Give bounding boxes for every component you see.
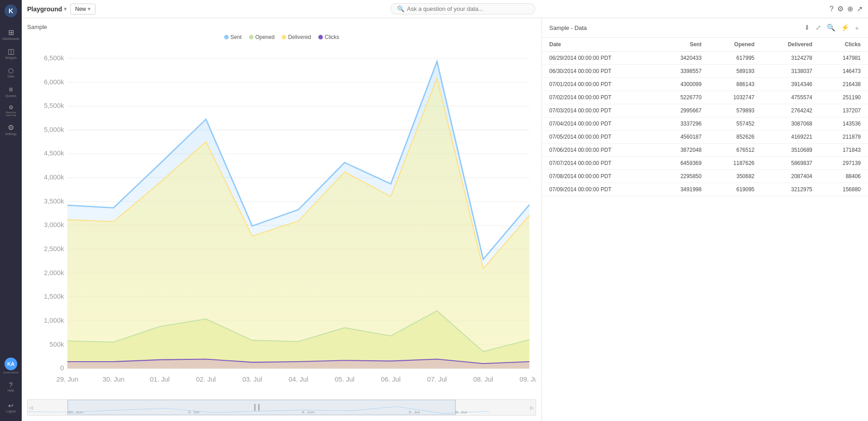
svg-text:0: 0 xyxy=(60,365,64,372)
table-cell-1: 4300099 xyxy=(656,78,709,91)
table-row: 07/07/2014 00:00:00 PDT64593691187626586… xyxy=(542,157,868,170)
table-cell-1: 5226770 xyxy=(656,91,709,104)
help-button[interactable]: ? xyxy=(830,5,834,13)
title-text: Playground xyxy=(27,5,62,13)
table-cell-4: 251190 xyxy=(820,91,868,104)
chart-panel: Sample Sent Opened Delivered Clicks xyxy=(22,18,542,421)
sidebar-item-logout[interactable]: ↩ Logout xyxy=(2,398,20,416)
svg-text:5,500k: 5,500k xyxy=(44,102,64,109)
expand-data-button[interactable]: ⤢ xyxy=(814,23,823,33)
data-table: Date Sent Opened Delivered Clicks 06/29/… xyxy=(542,38,868,196)
sidebar-item-data[interactable]: ⬡ Data xyxy=(2,63,20,82)
data-panel: Sample - Data ⬇ ⤢ 🔍 ⚡ + Date Sent Opened xyxy=(542,18,868,421)
sidebar-item-ml[interactable]: ⚙ Machine Learning xyxy=(2,102,20,120)
search-input[interactable] xyxy=(407,5,528,12)
table-cell-3: 3914346 xyxy=(762,78,820,91)
main-content: Playground ▾ New + 🔍 ? ⚙ ⊕ ↗ Sample xyxy=(22,0,868,421)
table-cell-4: 137207 xyxy=(820,104,868,117)
sidebar-item-queries[interactable]: ≡ Queries xyxy=(2,82,20,101)
table-cell-3: 3087068 xyxy=(762,117,820,131)
sidebar-item-settings[interactable]: ⚙ Settings xyxy=(2,121,20,139)
data-panel-header: Sample - Data ⬇ ⤢ 🔍 ⚡ + xyxy=(542,18,868,38)
sidebar-label-dashboards: Dashboards xyxy=(2,37,19,40)
table-cell-2: 1032747 xyxy=(709,91,762,104)
dashboards-icon: ⊞ xyxy=(8,29,14,36)
svg-text:30. Jun: 30. Jun xyxy=(103,376,125,383)
table-cell-1: 3398557 xyxy=(656,65,709,78)
table-cell-1: 2295850 xyxy=(656,170,709,183)
table-cell-0: 07/01/2014 00:00:00 PDT xyxy=(542,78,656,91)
topbar-actions: ? ⚙ ⊕ ↗ xyxy=(830,5,863,13)
download-button[interactable]: ⬇ xyxy=(802,23,812,33)
table-cell-0: 07/03/2014 00:00:00 PDT xyxy=(542,104,656,117)
sidebar-label-data: Data xyxy=(8,75,14,78)
more-data-button[interactable]: + xyxy=(853,23,861,33)
minimap-left-arrow[interactable]: ◁ xyxy=(29,405,33,410)
sidebar-label-ml: Machine Learning xyxy=(2,111,20,116)
legend-label-clicks: Clicks xyxy=(325,34,339,40)
legend-label-opened: Opened xyxy=(255,34,275,40)
table-cell-3: 3124278 xyxy=(762,52,820,65)
table-row: 07/05/2014 00:00:00 PDT45601878526264169… xyxy=(542,131,868,144)
chart-minimap[interactable]: 30. Jun 2. Jul 4. Jun 5. Jul 8. Jul ◁ ▷ xyxy=(27,399,536,416)
table-cell-0: 07/06/2014 00:00:00 PDT xyxy=(542,144,656,157)
table-cell-0: 07/07/2014 00:00:00 PDT xyxy=(542,157,656,170)
minimap-right-arrow[interactable]: ▷ xyxy=(530,405,534,410)
table-cell-2: 886143 xyxy=(709,78,762,91)
widgets-icon: ◫ xyxy=(8,48,14,55)
search-container: 🔍 xyxy=(99,3,826,15)
expand-button[interactable]: ⊕ xyxy=(847,5,853,13)
sidebar-label-widgets: Widgets xyxy=(5,56,16,59)
table-header-row: Date Sent Opened Delivered Clicks xyxy=(542,38,868,52)
table-cell-2: 350682 xyxy=(709,170,762,183)
col-header-opened: Opened xyxy=(709,38,762,52)
svg-text:30. Jun: 30. Jun xyxy=(68,411,83,414)
sidebar-item-dashboards[interactable]: ⊞ Dashboards xyxy=(2,25,20,44)
sidebar-label-logout: Logout xyxy=(6,410,15,413)
avatar: KA xyxy=(5,358,17,370)
search-field-wrapper: 🔍 xyxy=(390,3,535,15)
svg-text:06. Jul: 06. Jul xyxy=(381,376,401,383)
new-button-label: New + xyxy=(75,6,91,12)
table-cell-1: 3420433 xyxy=(656,52,709,65)
svg-text:02. Jul: 02. Jul xyxy=(196,376,216,383)
table-cell-0: 07/08/2014 00:00:00 PDT xyxy=(542,170,656,183)
table-cell-0: 07/04/2014 00:00:00 PDT xyxy=(542,117,656,131)
title-chevron-icon: ▾ xyxy=(64,6,67,12)
svg-text:05. Jul: 05. Jul xyxy=(335,376,355,383)
sidebar-label-help: Help xyxy=(8,389,14,392)
logout-icon: ↩ xyxy=(8,402,14,409)
legend-opened: Opened xyxy=(249,34,275,40)
table-row: 06/30/2014 00:00:00 PDT33985575891933138… xyxy=(542,65,868,78)
table-cell-1: 3337296 xyxy=(656,117,709,131)
help-icon: ? xyxy=(9,382,13,388)
chart-legend: Sent Opened Delivered Clicks xyxy=(27,34,536,40)
col-header-clicks: Clicks xyxy=(820,38,868,52)
table-cell-3: 3212975 xyxy=(762,183,820,196)
new-button[interactable]: New + xyxy=(70,4,96,15)
svg-text:4. Jun: 4. Jun xyxy=(302,411,314,414)
table-row: 07/08/2014 00:00:00 PDT22958503506822087… xyxy=(542,170,868,183)
table-cell-1: 6459369 xyxy=(656,157,709,170)
col-header-sent: Sent xyxy=(656,38,709,52)
settings-button[interactable]: ⚙ xyxy=(837,5,844,13)
share-button[interactable]: ↗ xyxy=(857,5,863,13)
table-cell-1: 3491998 xyxy=(656,183,709,196)
svg-text:3,500k: 3,500k xyxy=(44,198,64,204)
sidebar-item-widgets[interactable]: ◫ Widgets xyxy=(2,44,20,63)
table-cell-2: 579893 xyxy=(709,104,762,117)
svg-text:01. Jul: 01. Jul xyxy=(150,376,170,383)
table-cell-2: 619095 xyxy=(709,183,762,196)
page-title: Playground ▾ xyxy=(27,5,67,13)
app-logo[interactable]: K xyxy=(4,4,18,18)
search-data-button[interactable]: 🔍 xyxy=(825,23,837,33)
svg-text:29. Jun: 29. Jun xyxy=(56,376,78,383)
sidebar-item-user[interactable]: KA Knowi Admin xyxy=(2,357,20,375)
chart-svg: 6,500k 6,000k 5,500k 5,000k 4,500k 4,000… xyxy=(27,46,536,397)
col-header-date: Date xyxy=(542,38,656,52)
filter-data-button[interactable]: ⚡ xyxy=(839,23,851,33)
table-cell-2: 617995 xyxy=(709,52,762,65)
sidebar-item-help[interactable]: ? Help xyxy=(2,377,20,396)
table-row: 07/09/2014 00:00:00 PDT34919986190953212… xyxy=(542,183,868,196)
svg-text:03. Jul: 03. Jul xyxy=(242,376,262,383)
